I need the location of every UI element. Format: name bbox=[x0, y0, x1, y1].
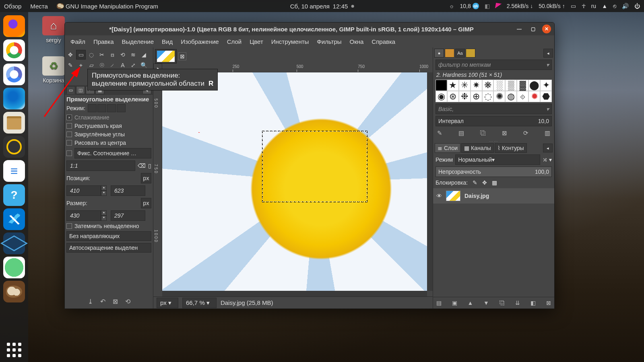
libreoffice-writer-app[interactable] bbox=[3, 160, 25, 182]
layer-down-icon[interactable]: ▼ bbox=[483, 300, 489, 306]
brush-preset[interactable]: Basic,▾ bbox=[436, 104, 552, 114]
size-w-input[interactable]: 430 bbox=[66, 210, 101, 221]
image-tab-daisy[interactable] bbox=[155, 49, 177, 64]
ruler-vertical[interactable]: 5 0 0 7 5 0 1 0 0 0 bbox=[153, 72, 162, 291]
center-check[interactable] bbox=[66, 140, 72, 146]
fuzzy-select-tool[interactable]: ✂ bbox=[97, 50, 107, 60]
tab-config-r2[interactable]: ◂ bbox=[543, 144, 553, 152]
tab-config-r1[interactable]: ◂ bbox=[543, 49, 553, 58]
files-app[interactable] bbox=[3, 112, 25, 134]
brightness-icon[interactable]: ☼ bbox=[449, 3, 454, 9]
free-select-tool[interactable]: ◌ bbox=[87, 50, 96, 60]
ratio-swap[interactable]: ▯ bbox=[148, 162, 151, 169]
tab-paths[interactable]: ⌇ Контуры bbox=[495, 143, 527, 153]
clone-tool[interactable]: ⌖ bbox=[76, 60, 86, 70]
bucket-tool[interactable]: ◢ bbox=[139, 50, 149, 60]
menu-windows[interactable]: Окна bbox=[347, 37, 367, 46]
restore-preset-icon[interactable]: ↶ bbox=[100, 298, 105, 305]
minimize-button[interactable]: — bbox=[515, 25, 524, 33]
menu-color[interactable]: Цвет bbox=[246, 37, 266, 46]
vscode-app[interactable] bbox=[3, 208, 25, 230]
fixed-check[interactable] bbox=[66, 150, 72, 156]
reset-preset-icon[interactable]: ⟲ bbox=[125, 298, 130, 305]
rhythmbox-app[interactable] bbox=[3, 136, 25, 158]
layer-new-icon[interactable]: ▤ bbox=[436, 300, 442, 306]
mode-replace[interactable] bbox=[88, 104, 97, 112]
focused-app-menu[interactable]: GNU Image Manipulation Program bbox=[57, 3, 158, 10]
net-down-indicator[interactable]: 2.56kB/s↓ bbox=[507, 3, 533, 9]
brush-dup-icon[interactable]: ⿻ bbox=[480, 130, 486, 137]
workspace-icon[interactable]: ▭ bbox=[571, 3, 576, 9]
rounded-check[interactable] bbox=[66, 132, 72, 137]
layer-mask-icon[interactable]: ◧ bbox=[530, 300, 536, 306]
pos-unit[interactable]: px bbox=[141, 173, 151, 183]
guides-dropdown[interactable]: Без направляющих bbox=[66, 231, 151, 241]
lock-pixels-icon[interactable]: ✎ bbox=[473, 179, 477, 186]
tab-layers[interactable]: ≣ Слои bbox=[435, 143, 460, 153]
remmina-app[interactable] bbox=[3, 257, 25, 278]
clock[interactable]: Сб, 10 апреля 12:45 bbox=[290, 3, 354, 10]
tab-patterns[interactable] bbox=[445, 49, 454, 58]
tab-tool-options[interactable]: ▭ bbox=[66, 86, 75, 94]
size-unit[interactable]: px bbox=[141, 198, 151, 208]
layer-merge-icon[interactable]: ⇊ bbox=[515, 300, 520, 306]
mode-subtract[interactable] bbox=[107, 104, 116, 112]
move-tool[interactable]: ✥ bbox=[66, 50, 75, 60]
chromium-app[interactable] bbox=[3, 64, 25, 85]
bluetooth-icon[interactable]: ⎋ bbox=[613, 3, 616, 9]
scrollbar-h[interactable] bbox=[162, 291, 427, 296]
mode-intersect[interactable] bbox=[117, 104, 126, 112]
warp-tool[interactable]: ≋ bbox=[128, 50, 138, 60]
layer-mode-switch[interactable]: ⤮ ▾ bbox=[543, 156, 552, 163]
menu-image[interactable]: Изображение bbox=[178, 37, 222, 46]
image-tab-close[interactable]: ⊠ bbox=[177, 49, 187, 64]
ratio-input[interactable]: 1:1 bbox=[66, 160, 135, 171]
layer-group-icon[interactable]: ▣ bbox=[452, 300, 457, 306]
menu-edit[interactable]: Правка bbox=[90, 37, 117, 46]
layer-visible-icon[interactable]: 👁 bbox=[436, 193, 442, 199]
net-up-indicator[interactable]: 50.0kB/s↑ bbox=[539, 3, 565, 9]
firefox-app[interactable] bbox=[3, 15, 25, 37]
lock-alpha-icon[interactable]: ▩ bbox=[492, 179, 497, 186]
menu-layer[interactable]: Слой bbox=[224, 37, 245, 46]
pos-y-input[interactable]: 623 bbox=[111, 185, 145, 196]
thunderbird-app[interactable] bbox=[3, 88, 25, 109]
status-zoom[interactable]: 66,7 % ▾ bbox=[182, 298, 217, 308]
places-menu[interactable]: Места bbox=[30, 3, 48, 10]
menu-tools[interactable]: Инструменты bbox=[268, 37, 312, 46]
size-h-input[interactable]: 297 bbox=[111, 210, 145, 221]
brush-interval[interactable]: Интервал10,0 bbox=[436, 116, 552, 126]
menu-select[interactable]: Выделение bbox=[119, 37, 157, 46]
pos-x-input[interactable]: 410 bbox=[66, 185, 101, 196]
ratio-clear[interactable]: ⌫ bbox=[138, 162, 146, 169]
size-w-down[interactable]: ▾ bbox=[101, 216, 107, 221]
menu-filters[interactable]: Фильтры bbox=[314, 37, 345, 46]
tab-brushes[interactable]: ● bbox=[434, 49, 444, 58]
transform-tool[interactable]: ⟲ bbox=[118, 50, 128, 60]
brush-new-icon[interactable]: ▤ bbox=[458, 130, 464, 137]
tab-channels[interactable]: ▦ Каналы bbox=[461, 143, 494, 153]
layer-row[interactable]: 👁 Daisy.jpg bbox=[433, 188, 554, 204]
layer-delete-icon[interactable]: ⊠ bbox=[546, 300, 551, 306]
size-w-up[interactable]: ▴ bbox=[101, 210, 107, 216]
canvas[interactable] bbox=[162, 72, 427, 291]
layer-dup-icon[interactable]: ⿻ bbox=[500, 300, 505, 306]
qbittorrent-icon[interactable]: qb bbox=[473, 3, 479, 9]
brush-refresh-icon[interactable]: ⟳ bbox=[523, 130, 528, 137]
menu-file[interactable]: Файл bbox=[67, 37, 89, 46]
rect-select-tool[interactable]: ▭ bbox=[76, 50, 86, 60]
virtualbox-app[interactable] bbox=[3, 232, 25, 254]
brush-filter[interactable]: фильтр по меткам▾ bbox=[436, 60, 552, 70]
crop-tool[interactable]: ⧈ bbox=[107, 50, 117, 60]
activities-button[interactable]: Обзор bbox=[4, 3, 21, 10]
save-preset-icon[interactable]: ⤓ bbox=[88, 298, 93, 305]
dock-grip[interactable]: ⋯⋯ bbox=[433, 139, 554, 142]
help-app[interactable]: ? bbox=[3, 184, 25, 206]
status-unit[interactable]: px ▾ bbox=[157, 298, 178, 308]
autoshrink-button[interactable]: Автосокращение выделен bbox=[66, 243, 151, 253]
delete-preset-icon[interactable]: ⊠ bbox=[113, 298, 118, 305]
pos-x-down[interactable]: ▾ bbox=[101, 191, 107, 196]
feather-check[interactable] bbox=[66, 123, 72, 129]
show-apps-button[interactable] bbox=[6, 342, 22, 358]
brush-open-icon[interactable]: ▥ bbox=[545, 130, 550, 137]
